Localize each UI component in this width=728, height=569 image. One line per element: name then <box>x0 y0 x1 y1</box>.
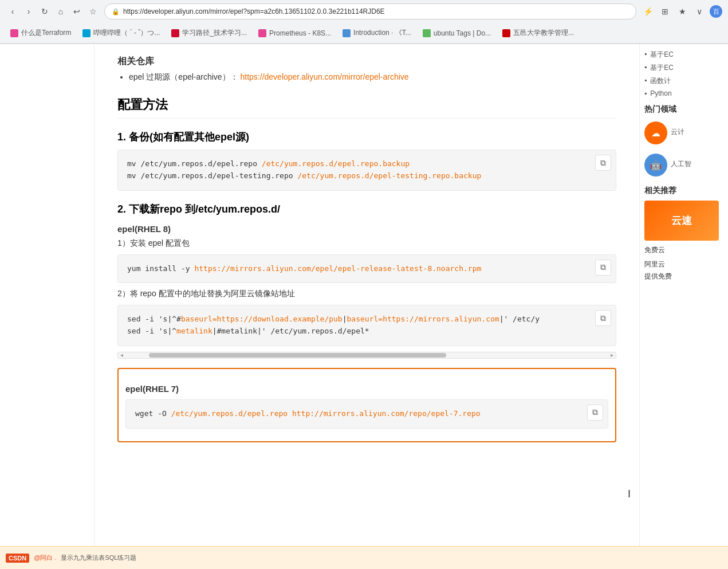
intro-favicon <box>343 29 351 37</box>
bullet-0: ▪ <box>644 50 647 58</box>
rhel8-sed-copy-button[interactable]: ⧉ <box>595 310 611 326</box>
rhel8-install-link: https://mirrors.aliyun.com/epel/epel-rel… <box>194 264 481 273</box>
rhel7-copy-button[interactable]: ⧉ <box>587 405 603 421</box>
right-sidebar-top-items: ▪ 基于EC ▪ 基于EC ▪ 函数计 ▪ Python <box>644 50 723 97</box>
tab-intro[interactable]: Introduction · 《T... <box>337 24 417 42</box>
aliyun-desc1: 阿里云 <box>644 260 723 269</box>
promo-main-text: 云速 <box>671 214 692 227</box>
tab-intro-label: Introduction · 《T... <box>353 28 411 38</box>
tab-ubuntu[interactable]: ubuntu Tags | Do... <box>417 24 497 42</box>
rhel7-section: epel(RHEL 7) ⧉ wget -O /etc/yum.repos.d/… <box>117 368 616 442</box>
rhel8-install-code-block: ⧉ yum install -y https://mirrors.aliyun.… <box>117 254 616 284</box>
tab-bilibili-label: 哔哩哔哩（ ´ - ˇ）つ... <box>93 28 160 38</box>
history-button[interactable]: ↩ <box>70 5 84 18</box>
scrollbar-left-arrow[interactable]: ◂ <box>119 352 124 358</box>
aliyun-desc2: 提供免费 <box>644 272 723 281</box>
rhel7-space <box>288 409 292 418</box>
ai-icon-area: 🤖 人工智 <box>644 151 723 179</box>
cloud-icon-area: ☁ 云计 <box>644 119 723 147</box>
home-button[interactable]: ⌂ <box>54 5 68 18</box>
config-method-title: 配置方法 <box>117 96 616 119</box>
nav-buttons: ‹ › ↻ ⌂ ↩ ☆ <box>6 5 100 18</box>
bullet-3: ▪ <box>644 89 647 97</box>
right-sidebar-label-1: 基于EC <box>650 63 674 73</box>
bullet-2: ▪ <box>644 76 647 84</box>
bookmark-button[interactable]: ☆ <box>86 5 100 18</box>
star-icon-btn[interactable]: ★ <box>675 5 689 18</box>
right-sidebar-label-0: 基于EC <box>650 50 674 60</box>
csdn-bar: CSDN @阿白 . 显示九九乘法表SQL练习题 <box>0 546 728 569</box>
epel-rhel8-label: epel(RHEL 8) <box>117 224 616 234</box>
tab-huawei-label: 学习路径_技术学习... <box>182 28 247 38</box>
rhel8-sed-metalink1: metalink <box>176 327 213 335</box>
right-sidebar-item-2: ▪ 函数计 <box>644 76 723 86</box>
tab-wuda-label: 五邑大学教学管理... <box>513 28 574 38</box>
related-repos-list: epel 过期源（epel-archive）： https://develope… <box>117 72 616 83</box>
lightning-icon-btn[interactable]: ⚡ <box>641 5 655 18</box>
step1-code-link2: /etc/yum.repos.d/epel-testing.repo.backu… <box>297 171 481 180</box>
step1-code-text1: mv /etc/yum.repos.d/epel.repo <box>127 159 262 168</box>
ubuntu-favicon <box>423 29 431 37</box>
rhel8-sed-text1a: sed -i 's|^# <box>127 315 181 323</box>
tab-huawei[interactable]: 学习路径_技术学习... <box>166 24 253 42</box>
step2-heading: 2. 下载新repo 到/etc/yum.repos.d/ <box>117 202 616 216</box>
rhel7-link2: http://mirrors.aliyun.com/repo/epel-7.re… <box>292 409 481 418</box>
wuda-favicon <box>502 29 510 37</box>
page-layout: 相关仓库 epel 过期源（epel-archive）： https://dev… <box>0 44 728 569</box>
rhel8-sed-code-block: ⧉ sed -i 's|^#baseurl=https://download.e… <box>117 305 616 346</box>
rhel7-code-block: ⧉ wget -O /etc/yum.repos.d/epel.repo htt… <box>125 399 608 429</box>
bullet-1: ▪ <box>644 63 647 71</box>
step1-heading: 1. 备份(如有配置其他epel源) <box>117 130 616 144</box>
tab-bilibili[interactable]: 哔哩哔哩（ ´ - ˇ）つ... <box>77 24 166 42</box>
rhel8-sed-text2a: sed -i 's|^ <box>127 327 176 335</box>
cloud-label: 云计 <box>671 127 684 137</box>
recommend-title: 相关推荐 <box>644 186 723 196</box>
step1-copy-button[interactable]: ⧉ <box>595 155 611 171</box>
profile-icon-btn[interactable]: 百 <box>710 5 722 18</box>
toolbar-icons: ⚡ ⊞ ★ ∨ 百 <box>641 5 722 18</box>
bilibili-favicon <box>82 29 90 37</box>
browser-chrome: ‹ › ↻ ⌂ ↩ ☆ 🔒 https://developer.aliyun.c… <box>0 0 728 44</box>
reload-button[interactable]: ↻ <box>38 5 52 18</box>
address-bar[interactable]: 🔒 https://developer.aliyun.com/mirror/ep… <box>104 3 636 19</box>
scrollbar-thumb[interactable] <box>149 353 446 358</box>
title-bar: ‹ › ↻ ⌂ ↩ ☆ 🔒 https://developer.aliyun.c… <box>0 0 728 23</box>
right-sidebar-label-2: 函数计 <box>650 76 671 86</box>
tab-prometheus[interactable]: Prometheus - K8S... <box>253 24 337 42</box>
huawei-favicon <box>171 29 179 37</box>
step1-code-link1: /etc/yum.repos.d/epel.repo.backup <box>262 159 410 168</box>
rhel8-install-copy-button[interactable]: ⧉ <box>595 260 611 276</box>
step1-code-pre: mv /etc/yum.repos.d/epel.repo /etc/yum.r… <box>127 158 607 182</box>
related-repos-section: 相关仓库 epel 过期源（epel-archive）： https://dev… <box>117 56 616 83</box>
rhel8-install-pre: yum install -y https://mirrors.aliyun.co… <box>127 263 607 275</box>
address-bar-row: 🔒 https://developer.aliyun.com/mirror/ep… <box>104 3 636 19</box>
tabs-row: 什么是Terraform 哔哩哔哩（ ´ - ˇ）つ... 学习路径_技术学习.… <box>0 23 728 44</box>
rhel8-sed-link-baseurl: baseurl=https://download.example/pub <box>181 315 343 323</box>
csdn-author: @阿白 . <box>34 554 56 562</box>
tab-terraform-label: 什么是Terraform <box>21 28 71 38</box>
promo-sub-text: 免费云 <box>644 245 723 255</box>
text-cursor: I <box>628 488 631 500</box>
right-sidebar-item-1: ▪ 基于EC <box>644 63 723 73</box>
epel-archive-link[interactable]: https://developer.aliyun.com/mirror/epel… <box>241 72 409 81</box>
epel-archive-item: epel 过期源（epel-archive）： https://develope… <box>129 72 616 83</box>
right-sidebar: ▪ 基于EC ▪ 基于EC ▪ 函数计 ▪ Python 热门领域 ☁ 云计 🤖… <box>639 44 728 569</box>
tab-terraform[interactable]: 什么是Terraform <box>5 24 77 42</box>
forward-button[interactable]: › <box>22 5 36 18</box>
chevron-icon-btn[interactable]: ∨ <box>692 5 706 18</box>
address-text: https://developer.aliyun.com/mirror/epel… <box>123 7 385 15</box>
step1-code-block: ⧉ mv /etc/yum.repos.d/epel.repo /etc/yum… <box>117 150 616 191</box>
back-button[interactable]: ‹ <box>6 5 19 18</box>
rhel7-pre: wget -O /etc/yum.repos.d/epel.repo http:… <box>135 408 599 420</box>
hot-domain-title: 热门领域 <box>644 104 723 115</box>
right-sidebar-item-0: ▪ 基于EC <box>644 50 723 60</box>
epel-rhel7-label: epel(RHEL 7) <box>125 384 608 394</box>
related-repos-title: 相关仓库 <box>117 56 616 68</box>
rhel7-link1: /etc/yum.repos.d/epel.repo <box>171 409 288 418</box>
horizontal-scrollbar[interactable]: ◂ ▸ <box>117 352 616 359</box>
step1-code-text2: mv /etc/yum.repos.d/epel-testing.repo <box>127 171 297 180</box>
grid-icon-btn[interactable]: ⊞ <box>658 5 672 18</box>
tab-wuda[interactable]: 五邑大学教学管理... <box>497 24 580 42</box>
scrollbar-right-arrow[interactable]: ▸ <box>609 352 615 358</box>
sub-step1-label: 1）安装 epel 配置包 <box>117 238 616 249</box>
